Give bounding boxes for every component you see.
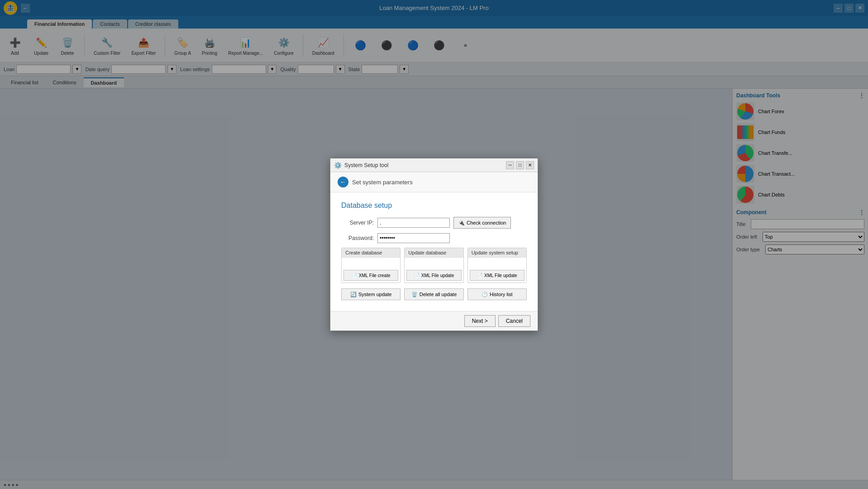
check-conn-icon: 🔌 [458, 220, 465, 226]
app-background: 🏦 ← Loan Management System 2024 - LM Pro… [0, 0, 868, 489]
update-system-setup-card: Update system setup 📄 XML File update [467, 248, 527, 283]
xml-file-update-button-2[interactable]: 📄 XML File update [470, 270, 525, 281]
update-system-setup-body: 📄 XML File update [468, 258, 526, 283]
xml-file-update-button-1[interactable]: 📄 XML File update [406, 270, 461, 281]
password-label: Password: [341, 235, 377, 241]
create-database-card: Create database 📄 XML File create [341, 248, 401, 283]
modal-title-icon: ⚙️ [334, 162, 342, 169]
modal-section-title: Database setup [341, 201, 527, 210]
delete-all-update-button[interactable]: 🗑️ Delete all update [404, 288, 463, 300]
create-database-body: 📄 XML File create [342, 258, 400, 283]
modal-titlebar-left: ⚙️ System Setup tool [334, 162, 388, 169]
modal-body: Database setup Server IP: 🔌 Check connec… [330, 192, 538, 311]
server-ip-input[interactable] [377, 218, 450, 228]
bottom-action-buttons: 🔄 System update 🗑️ Delete all update 🕐 H… [341, 288, 527, 300]
system-update-label: System update [358, 292, 391, 297]
modal-win-buttons: ─ □ ✕ [506, 161, 534, 169]
modal-close-button[interactable]: ✕ [526, 161, 534, 169]
modal-titlebar: ⚙️ System Setup tool ─ □ ✕ [330, 158, 538, 172]
xml-update-icon-2: 📄 [477, 273, 482, 278]
check-conn-label: Check connection [467, 220, 506, 225]
server-ip-label: Server IP: [341, 220, 377, 226]
modal-maximize-button[interactable]: □ [516, 161, 524, 169]
delete-all-label: Delete all update [420, 292, 457, 297]
xml-create-label: XML File create [359, 273, 391, 278]
modal-header-text: Set system parameters [352, 179, 413, 186]
xml-update-label-2: XML File update [484, 273, 517, 278]
system-update-icon: 🔄 [350, 292, 357, 297]
xml-update-icon-1: 📄 [414, 273, 420, 278]
xml-file-create-button[interactable]: 📄 XML File create [343, 270, 398, 281]
update-database-body: 📄 XML File update [405, 258, 463, 283]
update-system-setup-header: Update system setup [468, 248, 526, 258]
modal-header: ← Set system parameters [330, 172, 538, 192]
history-list-label: History list [490, 292, 513, 297]
modal-overlay: ⚙️ System Setup tool ─ □ ✕ ← Set system … [0, 0, 868, 489]
create-database-header: Create database [342, 248, 400, 258]
modal-header-icon: ← [338, 177, 348, 187]
server-ip-row: Server IP: 🔌 Check connection [341, 217, 527, 229]
password-input[interactable] [377, 233, 450, 243]
system-update-button[interactable]: 🔄 System update [341, 288, 401, 300]
next-button[interactable]: Next > [464, 315, 496, 327]
modal-footer: Next > Cancel [330, 311, 538, 331]
update-database-header: Update database [405, 248, 463, 258]
delete-all-icon: 🗑️ [411, 292, 418, 297]
history-list-icon: 🕐 [482, 292, 488, 297]
cancel-button[interactable]: Cancel [498, 315, 530, 327]
password-row: Password: [341, 233, 527, 243]
xml-create-icon: 📄 [352, 273, 357, 278]
xml-update-label-1: XML File update [421, 273, 454, 278]
action-cards: Create database 📄 XML File create Update… [341, 248, 527, 283]
modal-title: System Setup tool [344, 162, 388, 168]
history-list-button[interactable]: 🕐 History list [467, 288, 527, 300]
check-connection-button[interactable]: 🔌 Check connection [453, 217, 511, 229]
system-setup-modal: ⚙️ System Setup tool ─ □ ✕ ← Set system … [330, 158, 538, 331]
update-database-card: Update database 📄 XML File update [404, 248, 463, 283]
modal-minimize-button[interactable]: ─ [506, 161, 514, 169]
